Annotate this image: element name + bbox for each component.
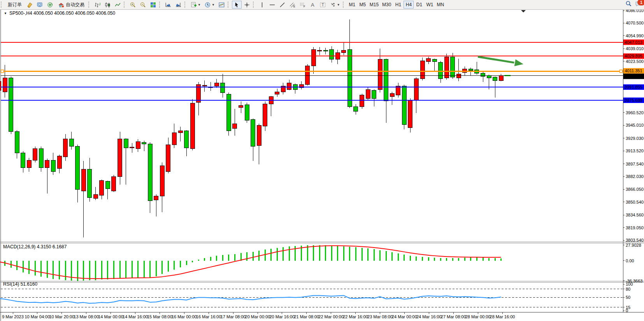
fibonacci-tool-button[interactable]: F (298, 1, 307, 9)
macd-bar (331, 246, 332, 261)
macd-bar (59, 261, 60, 280)
trendline-tool-button[interactable] (277, 1, 287, 9)
cursor-tool-button[interactable] (232, 1, 242, 9)
tab-timeframe-mn[interactable]: MN (435, 1, 446, 9)
macd-bar (107, 261, 108, 279)
bar-chart-button[interactable] (93, 1, 102, 9)
macd-bar (283, 247, 284, 261)
templates-button[interactable] (217, 1, 226, 9)
chart-canvas[interactable]: 4086.0104070.5004054.9904039.0104023.500… (0, 9, 644, 321)
macd-bar (161, 261, 163, 274)
candle-body (378, 59, 382, 89)
tile-windows-button[interactable] (148, 1, 158, 9)
macd-bar (137, 261, 139, 278)
date-tick-label: 27 Mar 08:00 (441, 314, 466, 319)
candle-body (366, 89, 370, 98)
hline-tool-button[interactable] (267, 1, 277, 9)
date-tick-label: 14 Mar 16:00 (123, 314, 148, 319)
macd-bar (374, 249, 375, 260)
tab-timeframe-w1[interactable]: W1 (425, 1, 435, 9)
periods-button[interactable]: ▼ (203, 1, 216, 9)
candle-body (499, 75, 503, 80)
metaeditor-button[interactable] (25, 1, 35, 9)
macd-bar (28, 261, 30, 274)
chart-shift-button[interactable] (163, 1, 173, 9)
candle-body (347, 50, 352, 107)
candle-body (287, 83, 291, 89)
date-tick-label: 10 Mar 20:00 (49, 314, 74, 319)
chevron-down-icon[interactable]: ▼ (4, 12, 7, 15)
macd-bar (404, 255, 405, 261)
text-tool-button[interactable]: A (308, 1, 318, 9)
price-tick-label: 4023.500 (626, 59, 644, 64)
macd-bar (367, 248, 369, 260)
macd-bar (349, 247, 350, 261)
zoom-in-button[interactable] (128, 1, 138, 9)
macd-bar (428, 257, 429, 261)
date-tick-label: 24 Mar 00:00 (392, 314, 417, 319)
channel-tool-button[interactable]: E (288, 1, 297, 9)
tab-timeframe-m15[interactable]: M15 (368, 1, 380, 9)
tab-timeframe-h4[interactable]: H4 (404, 1, 414, 9)
tab-timeframe-h1[interactable]: H1 (393, 1, 403, 9)
svg-text:4011.351: 4011.351 (625, 68, 642, 73)
macd-bar (289, 246, 290, 260)
notifications-button[interactable]: 1 (635, 0, 642, 7)
macd-bar (228, 255, 229, 261)
candle-body (451, 57, 455, 77)
svg-text:F: F (304, 5, 305, 8)
candlestick-chart-button[interactable] (103, 1, 112, 9)
tab-timeframe-m5[interactable]: M5 (358, 1, 368, 9)
new-chart-button[interactable]: ▼ (189, 1, 202, 9)
search-icon[interactable] (625, 0, 632, 7)
macd-bar (476, 257, 477, 261)
macd-bar (319, 245, 320, 261)
vline-tool-button[interactable] (257, 1, 267, 9)
label-tool-button[interactable]: T (318, 1, 328, 9)
trendline-icon (279, 2, 286, 8)
macd-bar (132, 261, 133, 278)
autotrade-label: 自动交易 (66, 2, 84, 8)
date-tick-label: 28 Mar 00:00 (465, 314, 491, 319)
candle-body (154, 196, 158, 200)
candle-body (342, 51, 346, 53)
candle-body (323, 51, 328, 51)
candle-body (318, 51, 322, 51)
candle-body (408, 100, 412, 127)
market-depth-button[interactable] (35, 1, 45, 9)
candle-body (148, 144, 152, 201)
candle-body (354, 106, 358, 112)
candle-body (372, 90, 376, 98)
macd-bar (458, 258, 459, 261)
macd-bar (35, 261, 36, 276)
price-tick-label: 3945.010 (626, 123, 644, 127)
candle-body (184, 131, 189, 148)
macd-bar (398, 253, 399, 261)
candle-body (384, 59, 388, 101)
candle-body (118, 139, 122, 176)
toolbar-grip (253, 2, 256, 8)
autotrade-button[interactable]: 自动交易 (55, 1, 87, 9)
crosshair-tool-button[interactable] (242, 1, 252, 9)
line-drag-handle[interactable] (620, 70, 623, 73)
macd-indicator-label: MACD(12,26,9) 4.3150 6.1687 (3, 244, 67, 249)
shapes-tool-button[interactable]: ▼ (328, 1, 342, 9)
tab-timeframe-m30[interactable]: M30 (381, 1, 393, 9)
date-tick-label: 9 Mar 2023 (2, 314, 24, 319)
macd-bar (192, 261, 193, 262)
signals-button[interactable] (45, 1, 55, 9)
date-tick-label: 22 Mar 00:00 (318, 314, 344, 319)
date-tick-label: 20 Mar 16:00 (269, 314, 295, 319)
line-chart-button[interactable] (113, 1, 123, 9)
macd-bar (452, 258, 453, 260)
tab-timeframe-m1[interactable]: M1 (347, 1, 357, 9)
tab-timeframe-d1[interactable]: D1 (414, 1, 424, 9)
price-tick-label: 3897.540 (626, 162, 644, 166)
price-badge: 4011.351 (623, 68, 644, 73)
auto-scroll-button[interactable] (174, 1, 183, 9)
candle-body (469, 69, 473, 71)
new-order-button[interactable]: 新订单 (5, 1, 25, 9)
line-drag-handle[interactable] (1, 70, 4, 73)
chart-title-text: SP500-,H4 4006.050 4006.050 4006.050 400… (9, 10, 115, 16)
zoom-out-button[interactable] (138, 1, 148, 9)
